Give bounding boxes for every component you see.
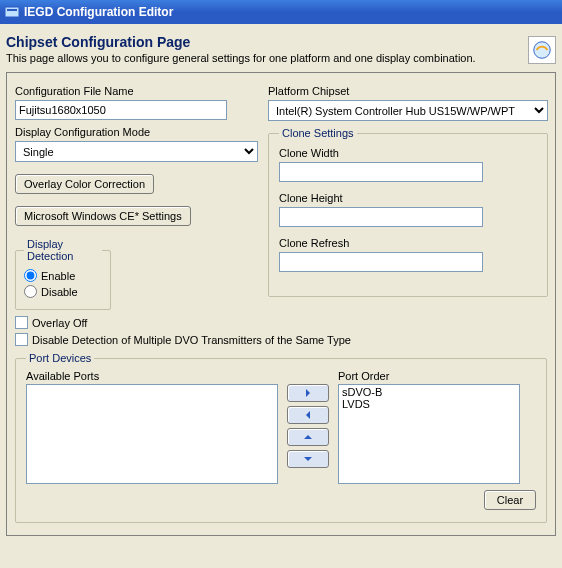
clear-button[interactable]: Clear [484,490,536,510]
chevron-up-icon [303,430,313,445]
app-icon [4,4,20,20]
display-detection-group: Display Detection Enable Disable [15,238,111,310]
detection-enable-radio[interactable] [24,269,37,282]
disable-dvo-checkbox[interactable] [15,333,28,346]
list-item[interactable]: LVDS [340,398,518,410]
clone-width-input[interactable] [279,162,483,182]
display-detection-legend: Display Detection [24,238,102,262]
overlay-off-label: Overlay Off [32,317,87,329]
clone-height-input[interactable] [279,207,483,227]
clone-refresh-label: Clone Refresh [279,237,537,249]
port-devices-group: Port Devices Available Ports [15,352,547,523]
overlay-off-row[interactable]: Overlay Off [15,316,547,329]
move-up-button[interactable] [287,428,329,446]
page-description: This page allows you to configure genera… [6,52,528,64]
platform-chipset-label: Platform Chipset [268,85,548,97]
move-down-button[interactable] [287,450,329,468]
disable-dvo-row[interactable]: Disable Detection of Multiple DVO Transm… [15,333,547,346]
svg-rect-1 [7,9,17,11]
chevron-right-icon [303,386,313,401]
disable-dvo-label: Disable Detection of Multiple DVO Transm… [32,334,351,346]
overlay-off-checkbox[interactable] [15,316,28,329]
window-title: IEGD Configuration Editor [24,5,173,19]
window-titlebar: IEGD Configuration Editor [0,0,562,24]
platform-chipset-select[interactable]: Intel(R) System Controller Hub US15W/WP/… [268,100,548,121]
detection-disable-row[interactable]: Disable [24,285,102,298]
clone-width-label: Clone Width [279,147,537,159]
detection-disable-label: Disable [41,286,78,298]
available-ports-list[interactable] [26,384,278,484]
chevron-left-icon [303,408,313,423]
port-devices-legend: Port Devices [26,352,94,364]
detection-enable-row[interactable]: Enable [24,269,102,282]
config-panel: Configuration File Name Display Configur… [6,72,556,536]
page-icon [528,36,556,64]
overlay-color-correction-button[interactable]: Overlay Color Correction [15,174,154,194]
port-order-list[interactable]: sDVO-BLVDS [338,384,520,484]
wince-settings-button[interactable]: Microsoft Windows CE* Settings [15,206,191,226]
svg-rect-0 [5,7,19,17]
available-ports-label: Available Ports [26,370,278,382]
chevron-down-icon [303,452,313,467]
config-file-label: Configuration File Name [15,85,258,97]
clone-height-label: Clone Height [279,192,537,204]
clone-settings-legend: Clone Settings [279,127,357,139]
display-mode-select[interactable]: Single [15,141,258,162]
detection-enable-label: Enable [41,270,75,282]
clone-refresh-input[interactable] [279,252,483,272]
detection-disable-radio[interactable] [24,285,37,298]
config-file-input[interactable] [15,100,227,120]
port-order-label: Port Order [338,370,520,382]
svg-point-2 [534,42,551,59]
page-title: Chipset Configuration Page [6,34,528,50]
move-left-button[interactable] [287,406,329,424]
move-right-button[interactable] [287,384,329,402]
list-item[interactable]: sDVO-B [340,386,518,398]
display-mode-label: Display Configuration Mode [15,126,258,138]
clone-settings-group: Clone Settings Clone Width Clone Height … [268,127,548,297]
